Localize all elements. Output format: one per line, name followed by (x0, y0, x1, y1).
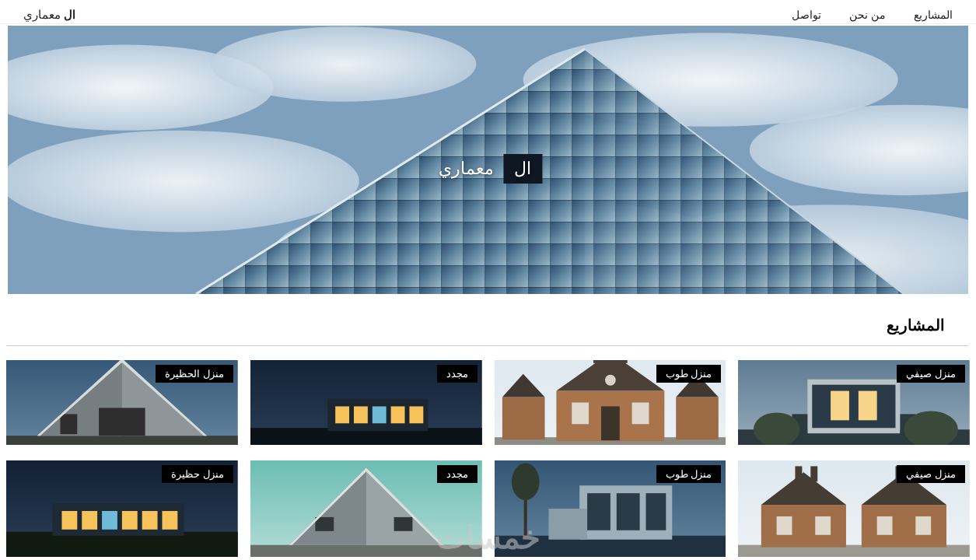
nav-link-about[interactable]: من نحن (849, 9, 886, 21)
nav-link-projects[interactable]: المشاريع (914, 9, 953, 21)
project-card[interactable]: منزل الحظيرة (6, 360, 238, 445)
project-tag: مجدد (437, 365, 478, 383)
project-card[interactable]: منزل حظيرة (6, 460, 238, 557)
project-card[interactable]: منزل طوب (495, 360, 726, 445)
project-card[interactable]: مجدد (250, 360, 482, 445)
brand[interactable]: ال معماري (23, 8, 75, 22)
nav-links: تواصل من نحن المشاريع (792, 9, 953, 21)
project-tag: منزل حظيرة (162, 465, 233, 483)
project-card[interactable]: منزل صيفي (738, 360, 970, 445)
top-nav: تواصل من نحن المشاريع ال معماري (0, 0, 976, 24)
project-card[interactable]: مجدد (250, 460, 482, 557)
hero-banner: ال معماري (8, 26, 968, 294)
project-tag: منزل صيفي (897, 365, 965, 383)
brand-bold: ال (64, 8, 75, 21)
brand-rest: معماري (23, 8, 64, 21)
project-tag: مجدد (437, 465, 478, 483)
nav-link-contact[interactable]: تواصل (792, 9, 821, 21)
projects-grid-row1: منزل صيفي منزل طوب مجدد منزل الحظيرة (0, 360, 976, 460)
project-card[interactable]: منزل طوب (495, 460, 726, 557)
hero-building (180, 26, 929, 294)
projects-grid-row2: منزل صيفي منزل طوب مجدد منزل حظيرة (0, 460, 976, 560)
project-card[interactable]: منزل صيفي (738, 460, 970, 557)
project-tag: منزل طوب (656, 365, 722, 383)
hero-title-plain: معماري (434, 159, 498, 178)
project-tag: منزل الحظيرة (156, 365, 233, 383)
project-tag: منزل طوب (656, 465, 722, 483)
project-tag: منزل صيفي (897, 465, 965, 483)
hero-title: ال معماري (434, 154, 542, 184)
projects-heading: المشاريع (6, 294, 968, 346)
hero-title-box: ال (503, 154, 542, 184)
